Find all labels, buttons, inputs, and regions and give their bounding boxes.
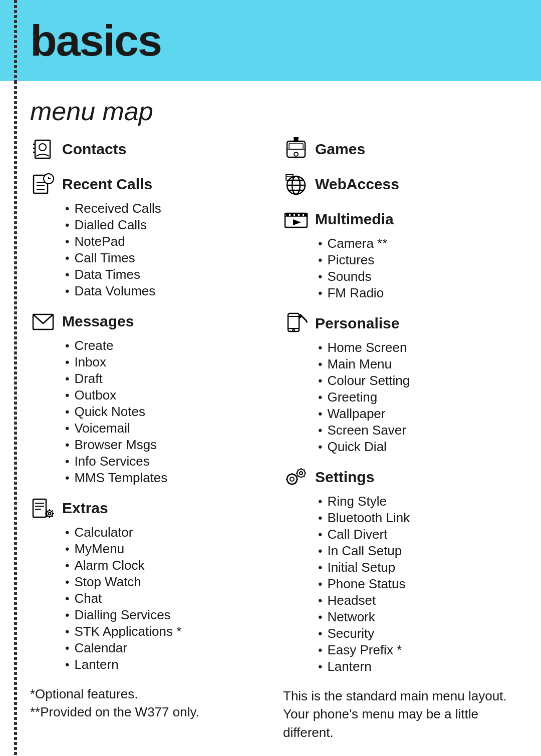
list-item: Alarm Clock [65,557,263,574]
personalise-title: Personalise [315,315,399,332]
games-icon [283,136,309,162]
list-item: Network [318,609,516,625]
personalise-icon [283,310,309,336]
extras-list: Calculator MyMenu Alarm Clock Stop Watch… [65,524,263,673]
list-item: Dialled Calls [65,217,263,233]
list-item: Create [65,337,263,354]
extras-title: Extras [62,500,108,517]
list-item: Quick Dial [318,439,516,455]
list-item: Calculator [65,524,263,541]
section-personalise: Personalise [283,310,516,336]
list-item: Quick Notes [65,404,263,420]
list-item: Lantern [65,656,263,673]
section-title-menumap: menu map [30,96,516,126]
settings-list: Ring Style Bluetooth Link Call Divert In… [318,493,516,675]
section-settings: Settings [283,464,516,490]
content-border-bar [14,81,17,756]
list-item: Browser Msgs [65,437,263,453]
list-item: Wallpaper [318,406,516,422]
svg-rect-41 [287,214,289,216]
list-item: Received Calls [65,200,263,217]
section-messages: Messages [30,308,263,334]
left-border-bar [14,0,17,81]
list-item: In Call Setup [318,543,516,559]
svg-rect-44 [300,214,302,216]
content-area: menu map Contacts [0,81,541,756]
list-item: Lantern [318,658,516,675]
svg-rect-42 [291,214,293,216]
svg-point-49 [293,329,295,331]
messages-title: Messages [62,313,134,330]
svg-rect-11 [33,499,46,517]
settings-icon [283,464,309,490]
svg-rect-45 [305,214,307,216]
list-item: Data Times [65,266,263,283]
multimedia-icon [283,206,309,232]
svg-rect-27 [289,143,303,149]
standard-menu-note: This is the standard main menu layout. Y… [283,687,516,741]
messages-icon [30,308,56,334]
list-item: Calendar [65,640,263,656]
list-item: Info Services [65,453,263,470]
header: basics [0,0,541,81]
svg-line-22 [52,516,53,517]
games-title: Games [315,141,365,158]
list-item: Colour Setting [318,372,516,389]
recent-calls-icon [30,171,56,197]
left-column: Contacts Recent Calls Received [30,136,263,741]
list-item: Outbox [65,387,263,404]
settings-title: Settings [315,469,374,486]
right-column: Games WebAccess [283,136,516,741]
personalise-list: Home Screen Main Menu Colour Setting Gre… [318,339,516,455]
section-webaccess: WebAccess [283,171,516,197]
svg-point-54 [290,477,294,481]
page-title: basics [30,15,516,66]
svg-point-64 [300,472,303,475]
svg-point-15 [47,511,53,517]
svg-point-16 [49,513,51,515]
two-column-layout: Contacts Recent Calls Received [30,136,516,741]
contacts-icon [30,136,56,162]
section-contacts: Contacts [30,136,263,162]
recent-calls-title: Recent Calls [62,176,152,193]
svg-line-24 [52,511,53,512]
section-recent-calls: Recent Calls [30,171,263,197]
contacts-title: Contacts [62,141,126,158]
list-item: Call Times [65,250,263,266]
list-item: Screen Saver [318,422,516,439]
list-item: MyMenu [65,541,263,557]
svg-line-52 [306,320,307,322]
list-item: Pictures [318,252,516,268]
list-item: Stop Watch [65,574,263,590]
list-item: Easy Prefix * [318,642,516,658]
list-item: Voicemail [65,420,263,437]
svg-marker-40 [293,219,301,225]
extras-icon [30,495,56,521]
section-games: Games [283,136,516,162]
messages-list: Create Inbox Draft Outbox Quick Notes Vo… [65,337,263,486]
list-item: Ring Style [318,493,516,510]
list-item: Inbox [65,354,263,370]
list-item: Bluetooth Link [318,510,516,526]
list-item: NotePad [65,233,263,250]
note-w377: **Provided on the W377 only. [30,703,263,721]
list-item: Call Divert [318,526,516,543]
list-item: STK Applications * [65,623,263,640]
webaccess-icon [283,171,309,197]
list-item: Phone Status [318,576,516,592]
multimedia-list: Camera ** Pictures Sounds FM Radio [318,235,516,301]
multimedia-title: Multimedia [315,211,394,228]
list-item: Sounds [318,268,516,285]
svg-rect-30 [294,140,298,142]
list-item: Greeting [318,389,516,406]
list-item: FM Radio [318,285,516,301]
section-extras: Extras [30,495,263,521]
bottom-notes: *Optional features. **Provided on the W3… [30,685,263,721]
list-item: Headset [318,592,516,609]
list-item: Home Screen [318,339,516,356]
recent-calls-list: Received Calls Dialled Calls NotePad Cal… [65,200,263,299]
svg-point-28 [294,152,298,156]
section-multimedia: Multimedia [283,206,516,232]
svg-point-1 [39,144,46,151]
list-item: Draft [65,370,263,387]
